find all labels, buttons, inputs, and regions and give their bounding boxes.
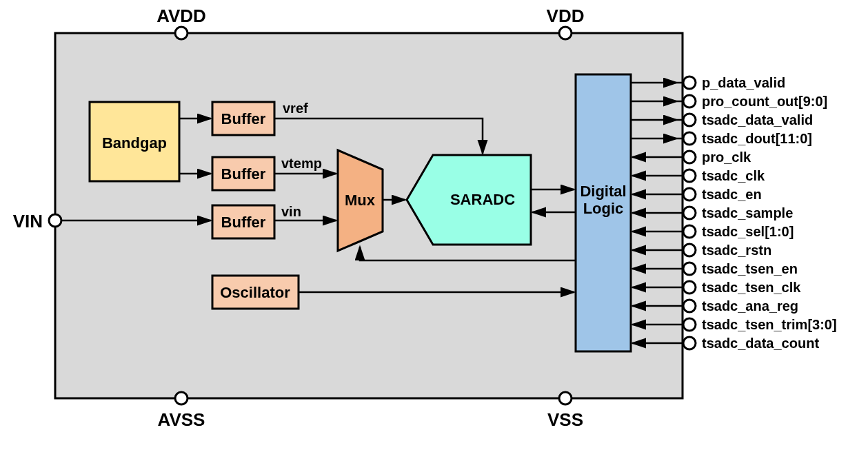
pin-label-tsadc_tsen_en: tsadc_tsen_en <box>702 261 798 276</box>
pin-label-tsadc_rstn: tsadc_rstn <box>702 243 771 258</box>
pin-label-tsadc_data_count: tsadc_data_count <box>702 336 819 351</box>
block-diagram: AVDD VDD AVSS VSS VIN Bandgap Buffer Buf… <box>0 0 868 452</box>
digital-logic-label2: Logic <box>583 200 624 217</box>
bandgap-label: Bandgap <box>102 134 167 152</box>
pin-label-avdd: AVDD <box>157 6 206 26</box>
signal-vtemp: vtemp <box>281 156 322 171</box>
buffer2-label: Buffer <box>221 165 266 183</box>
pin-avss <box>175 392 188 404</box>
pin-tsadc_tsen_en <box>683 263 696 275</box>
buffer3-label: Buffer <box>221 214 266 231</box>
pin-tsadc_data_valid <box>683 114 696 126</box>
pin-label-tsadc_en: tsadc_en <box>702 187 762 202</box>
pin-tsadc_data_count <box>683 337 696 349</box>
pin-pro_clk <box>683 151 696 163</box>
pin-label-tsadc_data_valid: tsadc_data_valid <box>702 112 813 127</box>
buffer1-label: Buffer <box>221 110 266 127</box>
pin-tsadc_sel10 <box>683 225 696 238</box>
oscillator-label: Oscillator <box>220 284 290 301</box>
pin-vss <box>559 392 572 404</box>
pin-label-vdd: VDD <box>547 6 585 26</box>
pin-label-p_data_valid: p_data_valid <box>702 75 785 90</box>
pin-label-vss: VSS <box>547 409 583 430</box>
pin-label-pro_clk: pro_clk <box>702 150 751 165</box>
pin-label-avss: AVSS <box>158 409 205 430</box>
saradc-label: SARADC <box>450 191 515 208</box>
pin-tsadc_tsen_trim30 <box>683 318 696 331</box>
pin-label-tsadc_sel10: tsadc_sel[1:0] <box>702 224 794 239</box>
pin-avdd <box>175 27 188 39</box>
pin-tsadc_sample <box>683 207 696 219</box>
pin-p_data_valid <box>683 76 696 89</box>
pin-label-tsadc_sample: tsadc_sample <box>702 205 793 220</box>
signal-vref: vref <box>283 101 308 116</box>
pin-pro_count_out90 <box>683 95 696 107</box>
pin-vin <box>49 214 61 227</box>
pin-label-tsadc_clk: tsadc_clk <box>702 168 765 183</box>
pin-label-vin: VIN <box>13 211 43 232</box>
signal-vin: vin <box>281 204 301 219</box>
pin-tsadc_en <box>683 188 696 201</box>
pin-label-tsadc_ana_reg: tsadc_ana_reg <box>702 298 798 314</box>
digital-logic-label1: Digital <box>580 183 626 200</box>
pin-tsadc_ana_reg <box>683 300 696 312</box>
pin-tsadc_rstn <box>683 244 696 256</box>
pin-tsadc_dout110 <box>683 132 696 145</box>
pin-tsadc_tsen_clk <box>683 281 696 294</box>
pin-label-tsadc_tsen_trim30: tsadc_tsen_trim[3:0] <box>702 317 837 332</box>
pin-label-tsadc_dout110: tsadc_dout[11:0] <box>702 131 812 146</box>
pin-label-tsadc_tsen_clk: tsadc_tsen_clk <box>702 280 801 295</box>
pin-tsadc_clk <box>683 170 696 182</box>
mux-label: Mux <box>345 192 376 209</box>
pin-label-pro_count_out90: pro_count_out[9:0] <box>702 94 827 109</box>
pin-vdd <box>559 27 572 39</box>
